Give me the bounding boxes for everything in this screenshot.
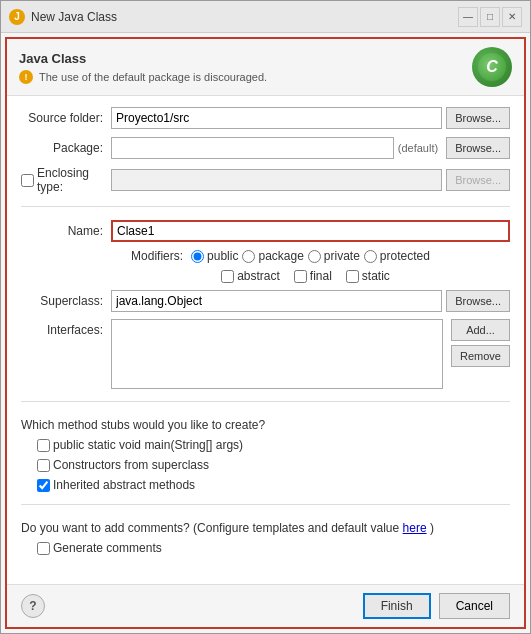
comments-question-row: Do you want to add comments? (Configure …: [21, 521, 510, 535]
modifier-public-label[interactable]: public: [207, 249, 238, 263]
dialog-footer: ? Finish Cancel: [7, 584, 524, 627]
enclosing-type-label[interactable]: Enclosing type:: [34, 166, 103, 194]
enclosing-type-checkbox[interactable]: [21, 174, 34, 187]
modifier-package-label[interactable]: package: [258, 249, 303, 263]
superclass-row: Superclass: Browse...: [21, 289, 510, 313]
package-row: Package: (default) Browse...: [21, 136, 510, 160]
comments-question-text: Do you want to add comments? (Configure …: [21, 521, 399, 535]
section-header: Java Class ! The use of the default pack…: [7, 39, 524, 96]
modifier-static-item: static: [346, 269, 390, 283]
source-folder-row: Source folder: Browse...: [21, 106, 510, 130]
cancel-button[interactable]: Cancel: [439, 593, 510, 619]
modifier-private-item: private: [308, 249, 360, 263]
generate-comments-item: Generate comments: [37, 541, 500, 555]
warning-text: The use of the default package is discou…: [39, 71, 267, 83]
modifier-protected-label[interactable]: protected: [380, 249, 430, 263]
package-browse-button[interactable]: Browse...: [446, 137, 510, 159]
java-icon: J: [9, 9, 25, 25]
modifiers-line-2: abstract final static: [131, 269, 400, 283]
form-area: Source folder: Browse... Package: (defau…: [7, 96, 524, 584]
modifier-public-item: public: [191, 249, 238, 263]
warning-icon: !: [19, 70, 33, 84]
main-window: J New Java Class — □ ✕ Java Class ! The …: [0, 0, 531, 634]
modifier-final-label[interactable]: final: [310, 269, 332, 283]
title-bar-left: J New Java Class: [9, 9, 117, 25]
stub-constructors-checkbox[interactable]: [37, 459, 50, 472]
enclosing-type-browse-button[interactable]: Browse...: [446, 169, 510, 191]
divider-1: [21, 206, 510, 207]
stub-main-label[interactable]: public static void main(String[] args): [53, 438, 243, 452]
stub-constructors-item: Constructors from superclass: [37, 458, 500, 472]
finish-button[interactable]: Finish: [363, 593, 431, 619]
package-default-hint: (default): [398, 142, 438, 154]
name-row: Name:: [21, 219, 510, 243]
modifier-protected-item: protected: [364, 249, 430, 263]
modifier-private-radio[interactable]: [308, 250, 321, 263]
dialog-content: Java Class ! The use of the default pack…: [5, 37, 526, 629]
modifier-abstract-item: abstract: [221, 269, 280, 283]
interfaces-buttons: Add... Remove: [447, 319, 510, 367]
stub-constructors-label[interactable]: Constructors from superclass: [53, 458, 209, 472]
window-title: New Java Class: [31, 10, 117, 24]
modifier-public-radio[interactable]: [191, 250, 204, 263]
comments-link[interactable]: here: [403, 521, 427, 535]
maximize-button[interactable]: □: [480, 7, 500, 27]
source-folder-label: Source folder:: [21, 111, 111, 125]
minimize-button[interactable]: —: [458, 7, 478, 27]
package-label: Package:: [21, 141, 111, 155]
divider-3: [21, 504, 510, 505]
modifier-package-radio[interactable]: [242, 250, 255, 263]
interfaces-label: Interfaces:: [21, 319, 111, 337]
source-folder-input[interactable]: [111, 107, 442, 129]
superclass-label: Superclass:: [21, 294, 111, 308]
package-input[interactable]: [111, 137, 394, 159]
generate-comments-checkbox[interactable]: [37, 542, 50, 555]
stub-inherited-checkbox[interactable]: [37, 479, 50, 492]
name-label: Name:: [21, 224, 111, 238]
section-title: Java Class: [19, 51, 267, 66]
divider-2: [21, 401, 510, 402]
source-folder-browse-button[interactable]: Browse...: [446, 107, 510, 129]
modifier-radio-group: public package private protected: [191, 249, 430, 263]
modifiers-label: Modifiers:: [101, 249, 191, 263]
modifier-final-item: final: [294, 269, 332, 283]
interfaces-row: Interfaces: Add... Remove: [21, 319, 510, 389]
enclosing-type-row: Enclosing type: Browse...: [21, 166, 510, 194]
modifier-static-label[interactable]: static: [362, 269, 390, 283]
modifier-private-label[interactable]: private: [324, 249, 360, 263]
stub-main-checkbox[interactable]: [37, 439, 50, 452]
modifiers-row: Modifiers: public package private: [21, 249, 510, 283]
stub-inherited-label[interactable]: Inherited abstract methods: [53, 478, 195, 492]
method-stubs-question: Which method stubs would you like to cre…: [21, 418, 510, 432]
comments-link-suffix: ): [430, 521, 434, 535]
superclass-browse-button[interactable]: Browse...: [446, 290, 510, 312]
stub-inherited-item: Inherited abstract methods: [37, 478, 500, 492]
footer-buttons: Finish Cancel: [363, 593, 510, 619]
modifier-checkbox-group: abstract final static: [221, 269, 400, 283]
generate-comments-label[interactable]: Generate comments: [53, 541, 162, 555]
help-button[interactable]: ?: [21, 594, 45, 618]
modifier-package-item: package: [242, 249, 303, 263]
modifier-final-checkbox[interactable]: [294, 270, 307, 283]
header-left: Java Class ! The use of the default pack…: [19, 51, 267, 84]
eclipse-logo: [472, 47, 512, 87]
window-controls: — □ ✕: [458, 7, 522, 27]
stub-main-item: public static void main(String[] args): [37, 438, 500, 452]
title-bar: J New Java Class — □ ✕: [1, 1, 530, 33]
add-interface-button[interactable]: Add...: [451, 319, 510, 341]
enclosing-type-input[interactable]: [111, 169, 442, 191]
superclass-input[interactable]: [111, 290, 442, 312]
warning-row: ! The use of the default package is disc…: [19, 70, 267, 84]
remove-interface-button[interactable]: Remove: [451, 345, 510, 367]
modifier-protected-radio[interactable]: [364, 250, 377, 263]
modifier-abstract-label[interactable]: abstract: [237, 269, 280, 283]
name-input[interactable]: [111, 220, 510, 242]
modifier-abstract-checkbox[interactable]: [221, 270, 234, 283]
modifiers-line-1: Modifiers: public package private: [101, 249, 430, 263]
enclosing-type-checkbox-wrap: Enclosing type:: [21, 166, 111, 194]
interfaces-box[interactable]: [111, 319, 443, 389]
close-button[interactable]: ✕: [502, 7, 522, 27]
modifier-static-checkbox[interactable]: [346, 270, 359, 283]
